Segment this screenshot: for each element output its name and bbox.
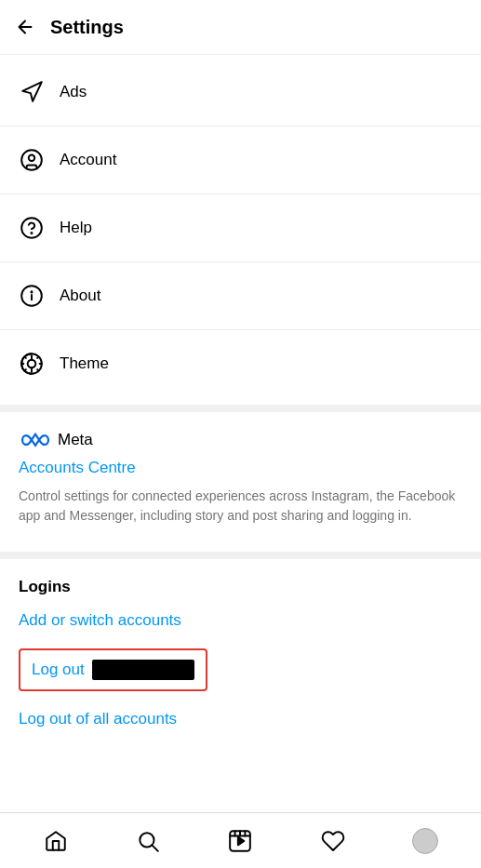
menu-item-account[interactable]: Account xyxy=(0,130,481,190)
menu-item-theme[interactable]: Theme xyxy=(0,334,481,394)
svg-point-1 xyxy=(29,155,35,162)
menu-item-help[interactable]: Help xyxy=(0,198,481,258)
bottom-nav xyxy=(0,812,481,868)
back-button[interactable] xyxy=(15,13,43,41)
section-divider xyxy=(0,405,481,412)
nav-item-likes[interactable] xyxy=(310,818,356,864)
reels-icon xyxy=(228,829,252,853)
svg-line-10 xyxy=(153,845,158,850)
divider xyxy=(0,126,481,127)
svg-point-2 xyxy=(21,218,42,238)
svg-point-0 xyxy=(21,150,42,170)
menu-label-about: About xyxy=(60,287,100,305)
svg-point-3 xyxy=(31,233,32,234)
help-icon xyxy=(19,215,45,241)
menu-label-theme: Theme xyxy=(60,354,109,373)
logins-section: Logins Add or switch accounts Log out Lo… xyxy=(0,563,481,751)
nav-item-reels[interactable] xyxy=(217,818,263,864)
menu-label-account: Account xyxy=(60,151,116,169)
menu-item-about[interactable]: About xyxy=(0,266,481,326)
settings-header: Settings xyxy=(0,0,481,55)
divider xyxy=(0,194,481,194)
svg-marker-12 xyxy=(238,836,245,845)
theme-icon xyxy=(19,351,45,377)
search-icon xyxy=(136,829,160,853)
divider xyxy=(0,261,481,262)
menu-item-ads[interactable]: Ads xyxy=(0,62,481,122)
divider xyxy=(0,329,481,330)
home-icon xyxy=(44,829,68,853)
nav-item-profile[interactable] xyxy=(402,818,448,864)
heart-icon xyxy=(321,829,345,853)
meta-logo: Meta xyxy=(19,431,462,449)
svg-point-8 xyxy=(28,360,36,368)
accounts-centre-link[interactable]: Accounts Centre xyxy=(19,459,462,477)
meta-logo-icon xyxy=(19,431,52,449)
meta-logo-text: Meta xyxy=(58,431,93,449)
page-title: Settings xyxy=(50,17,124,38)
nav-item-search[interactable] xyxy=(125,818,171,864)
about-icon xyxy=(19,283,45,309)
menu-label-ads: Ads xyxy=(60,83,87,101)
logins-title: Logins xyxy=(19,578,462,596)
profile-icon xyxy=(412,828,438,854)
logout-all-link[interactable]: Log out of all accounts xyxy=(19,710,462,728)
add-switch-accounts-link[interactable]: Add or switch accounts xyxy=(19,611,462,630)
section-divider-2 xyxy=(0,552,481,559)
nav-item-home[interactable] xyxy=(33,818,79,864)
account-icon xyxy=(19,147,45,173)
logout-link[interactable]: Log out xyxy=(32,661,85,679)
logout-row: Log out xyxy=(19,648,207,691)
menu-label-help: Help xyxy=(60,219,92,237)
meta-description: Control settings for connected experienc… xyxy=(19,487,462,526)
ads-icon xyxy=(19,79,45,105)
username-redacted xyxy=(92,660,194,680)
settings-menu: Ads Account Help xyxy=(0,55,481,401)
meta-section: Meta Accounts Centre Control settings fo… xyxy=(0,416,481,548)
